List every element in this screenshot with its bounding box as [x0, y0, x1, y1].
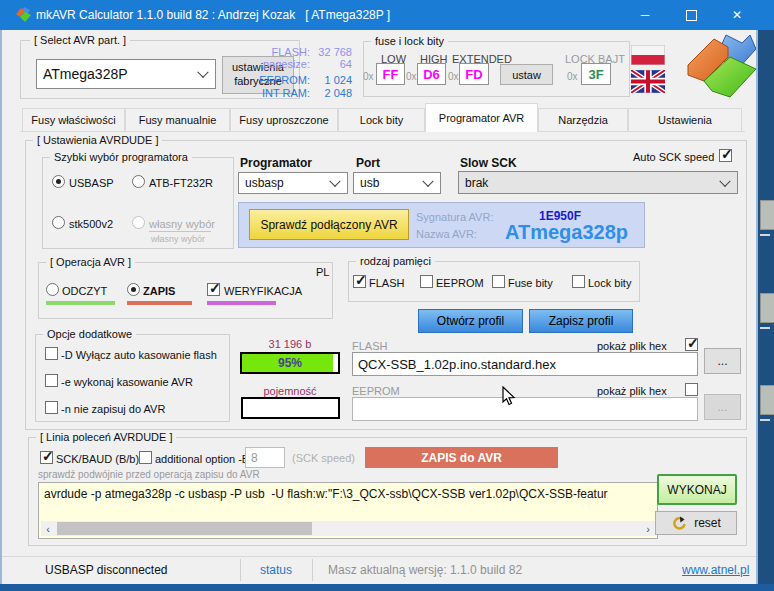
- eeprom-file-input[interactable]: [352, 397, 698, 421]
- command-hscrollbar[interactable]: ‹ ›: [41, 521, 655, 536]
- uk-flag-icon[interactable]: [631, 70, 665, 93]
- programator-select[interactable]: usbasp: [238, 172, 348, 194]
- flash-progress-percent: 95%: [242, 356, 338, 370]
- ustaw-button[interactable]: ustaw: [500, 64, 553, 85]
- pl-indicator: PL: [316, 266, 329, 279]
- command-textarea[interactable]: avrdude -p atmega328p -c usbasp -P usb -…: [38, 482, 658, 539]
- option-e-label: -e wykonaj kasowanie AVR: [61, 376, 193, 389]
- mem-value-pagesize: 64: [312, 58, 352, 71]
- desktop-icon-label: [760, 419, 770, 421]
- maximize-button[interactable]: [668, 0, 714, 30]
- eeprom-file-label: EEPROM: [352, 385, 400, 398]
- radio-stk500v2-label: stk500v2: [69, 218, 113, 231]
- tab-fusy-manualnie[interactable]: Fusy manualnie: [125, 108, 230, 132]
- quick-select-group: [42, 157, 234, 249]
- capacity-label: pojemność: [240, 385, 340, 398]
- command-text: avrdude -p atmega328p -c usbasp -P usb -…: [44, 487, 608, 501]
- command-line-group-label: [ Linia poleceń AVRDUDE ]: [36, 431, 176, 443]
- slow-sck-label: Slow SCK: [460, 157, 517, 171]
- radio-usbasp[interactable]: [52, 175, 65, 188]
- avr-name-label: Nazwa AVR:: [416, 228, 477, 241]
- high-fuse-field[interactable]: D6: [417, 63, 446, 85]
- desktop-icon[interactable]: [760, 293, 774, 323]
- radio-atb-ft232r[interactable]: [132, 175, 145, 188]
- tab-narzedzia[interactable]: Narzędzia: [538, 108, 628, 132]
- avr-part-select[interactable]: ATmega328P: [36, 59, 216, 89]
- atnel-link[interactable]: www.atnel.pl: [682, 564, 749, 578]
- option-d-checkbox[interactable]: [45, 347, 58, 360]
- operation-group-label: [ Operacja AVR ]: [46, 256, 135, 268]
- hex-prefix-high: 0x: [406, 71, 417, 83]
- select-avr-group-label: [ Select AVR part. ]: [30, 34, 130, 46]
- eeprom-checkbox-label: EEPROM: [436, 277, 484, 290]
- desktop-background: [758, 30, 774, 584]
- status-separator: [312, 559, 313, 581]
- status-link[interactable]: status: [240, 564, 312, 578]
- weryfikacja-checkbox[interactable]: [207, 283, 220, 296]
- chevron-down-icon: [197, 67, 208, 78]
- signature-label: Sygnatura AVR:: [416, 211, 493, 224]
- tab-ustawienia[interactable]: Ustawienia: [628, 108, 742, 132]
- eeprom-show-hex-checkbox[interactable]: [685, 383, 698, 396]
- lock-bajt-field[interactable]: 3F: [581, 63, 611, 85]
- option-e-checkbox[interactable]: [45, 374, 58, 387]
- close-button[interactable]: ✕: [714, 0, 760, 30]
- option-n-checkbox[interactable]: [45, 401, 58, 414]
- port-select[interactable]: usb: [353, 172, 441, 194]
- open-profile-button[interactable]: Otwórz profil: [418, 309, 523, 333]
- window-left-border: [0, 30, 2, 584]
- tab-fusy-wlasciwosci[interactable]: Fusy właściwości: [22, 108, 125, 132]
- radio-wlasny-wybor: [132, 216, 145, 229]
- radio-odczyt-label: ODCZYT: [62, 285, 107, 298]
- radio-stk500v2[interactable]: [52, 216, 65, 229]
- flash-show-hex-checkbox[interactable]: [685, 338, 698, 351]
- auto-sck-checkbox[interactable]: [719, 149, 732, 162]
- mem-value-eeprom: 1 024: [312, 74, 352, 87]
- wykonaj-button[interactable]: WYKONAJ: [657, 474, 737, 505]
- tab-programator-avr[interactable]: Programator AVR: [425, 103, 538, 132]
- b-value-input[interactable]: 8: [245, 447, 285, 468]
- tab-lock-bity[interactable]: Lock bity: [338, 108, 425, 132]
- extended-fuse-field[interactable]: FD: [459, 63, 489, 85]
- check-avr-button[interactable]: Sprawdź podłączony AVR: [249, 209, 409, 240]
- avr-name-value: ATmega328p: [505, 221, 625, 244]
- desktop-icon[interactable]: [760, 385, 774, 415]
- low-fuse-field[interactable]: FF: [376, 63, 405, 85]
- minimize-button[interactable]: ─: [622, 0, 668, 30]
- flash-browse-button[interactable]: ...: [704, 348, 741, 374]
- scroll-left-arrow[interactable]: ‹: [41, 521, 55, 536]
- save-profile-button[interactable]: Zapisz profil: [529, 309, 633, 333]
- mem-value-intram: 2 048: [312, 87, 352, 100]
- sck-baud-checkbox[interactable]: [40, 451, 53, 464]
- desktop-icon[interactable]: [760, 200, 774, 230]
- additional-option-checkbox[interactable]: [139, 451, 152, 464]
- reset-icon: [671, 516, 686, 531]
- scroll-thumb[interactable]: [57, 522, 312, 535]
- desktop-icon-label: [760, 234, 770, 236]
- fuse-bity-checkbox[interactable]: [492, 275, 505, 288]
- minimize-icon: ─: [641, 8, 650, 22]
- reset-button[interactable]: reset: [655, 511, 737, 535]
- flash-checkbox[interactable]: [353, 275, 366, 288]
- polish-flag-icon[interactable]: [631, 45, 665, 65]
- mem-label-flash: FLASH:: [245, 46, 310, 59]
- quick-select-group-label: Szybki wybór programatora: [50, 151, 192, 163]
- app-icon: [16, 7, 32, 23]
- sck-speed-hint: (SCK speed): [292, 452, 355, 465]
- radio-odczyt[interactable]: [46, 283, 59, 296]
- tab-fusy-uproszczone[interactable]: Fusy uproszczone: [230, 108, 338, 132]
- custom-choice-divider: [149, 231, 211, 232]
- chevron-down-icon: [329, 176, 340, 187]
- flash-file-input[interactable]: QCX-SSB_1.02p.ino.standard.hex: [352, 352, 698, 376]
- scroll-right-arrow[interactable]: ›: [641, 521, 655, 536]
- maximize-icon: [686, 10, 697, 21]
- radio-zapis[interactable]: [127, 283, 140, 296]
- custom-choice-hint: własny wybór: [151, 234, 205, 244]
- lock-bity-checkbox[interactable]: [572, 275, 585, 288]
- capacity-box: [241, 397, 340, 419]
- eeprom-checkbox[interactable]: [420, 275, 433, 288]
- avr-part-value: ATmega328P: [43, 66, 128, 82]
- slow-sck-select[interactable]: brak: [458, 171, 738, 194]
- sck-baud-label: SCK/BAUD (B/b): [56, 453, 139, 466]
- flash-checkbox-label: FLASH: [369, 277, 404, 290]
